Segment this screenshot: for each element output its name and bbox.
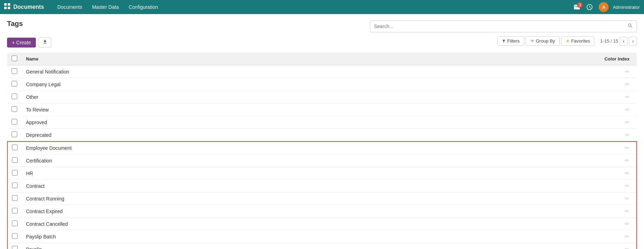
row-name-cell: Contract Cancelled: [22, 218, 329, 230]
row-name[interactable]: Company Legal: [26, 82, 60, 87]
row-name-cell: Contract Running: [22, 192, 329, 205]
edit-icon[interactable]: ✏: [625, 221, 629, 227]
table-row: Contract Running ✏: [7, 192, 637, 205]
user-menu[interactable]: A Administrator: [599, 2, 640, 12]
row-name[interactable]: Contract Cancelled: [26, 221, 68, 227]
row-checkbox[interactable]: [12, 68, 17, 74]
edit-icon[interactable]: ✏: [625, 119, 630, 125]
row-checkbox[interactable]: [12, 208, 18, 213]
table-row: To Review ✏: [7, 103, 637, 116]
row-color-cell: ✏: [329, 243, 637, 249]
header-color-index: Color Index: [329, 53, 637, 65]
row-checkbox[interactable]: [12, 170, 18, 175]
row-name[interactable]: HR: [26, 171, 33, 176]
row-name[interactable]: Contract Expired: [26, 209, 63, 214]
table-body: General Notification ✏ Company Legal ✏ O…: [7, 65, 637, 249]
edit-icon[interactable]: ✏: [625, 183, 629, 189]
group-by-button[interactable]: Group By: [526, 36, 560, 46]
nav-documents[interactable]: Documents: [52, 0, 87, 14]
search-button[interactable]: [624, 21, 637, 32]
table-row: Employee Document ✏: [7, 141, 637, 154]
upload-button[interactable]: [39, 37, 51, 47]
row-checkbox[interactable]: [12, 119, 17, 124]
search-input[interactable]: [370, 21, 624, 31]
row-name[interactable]: Approved: [26, 120, 47, 125]
table-row: Certification ✏: [7, 154, 637, 167]
row-name-cell: General Notification: [22, 65, 329, 78]
top-navigation: ​ Documents Documents Master Data Config…: [0, 0, 644, 14]
favorites-button[interactable]: ★ Favorites: [561, 36, 594, 46]
table-row: Company Legal ✏: [7, 78, 637, 91]
row-name[interactable]: Payslip Batch: [26, 234, 56, 240]
data-table: Name Color Index General Notification ✏ …: [7, 53, 637, 249]
app-name: Documents: [13, 4, 44, 10]
row-checkbox[interactable]: [12, 221, 18, 226]
row-name[interactable]: Contract: [26, 183, 45, 189]
filters-button[interactable]: Filters: [497, 36, 524, 46]
edit-icon[interactable]: ✏: [625, 69, 630, 75]
row-checkbox[interactable]: [12, 183, 18, 188]
row-name-cell: Approved: [22, 116, 329, 129]
edit-icon[interactable]: ✏: [625, 246, 629, 249]
table-row: General Notification ✏: [7, 65, 637, 78]
row-name[interactable]: Other: [26, 94, 38, 100]
row-color-cell: ✏: [329, 192, 637, 205]
row-color-cell: ✏: [329, 116, 637, 129]
edit-icon[interactable]: ✏: [625, 158, 629, 164]
row-checkbox[interactable]: [12, 94, 17, 99]
row-checkbox-cell: [7, 180, 22, 192]
row-name[interactable]: Contract Running: [26, 196, 64, 202]
row-checkbox[interactable]: [12, 233, 18, 239]
row-checkbox[interactable]: [12, 106, 17, 112]
row-name-cell: Contract: [22, 180, 329, 192]
edit-icon[interactable]: ✏: [625, 145, 629, 151]
row-checkbox[interactable]: [12, 145, 18, 150]
row-name-cell: Employee Document: [22, 141, 329, 154]
table-row: HR ✏: [7, 167, 637, 180]
pagination-info: 1-15 / 15: [600, 38, 618, 44]
svg-rect-0: [4, 3, 7, 6]
row-color-cell: ✏: [329, 180, 637, 192]
row-name[interactable]: Payslip: [26, 247, 42, 249]
row-checkbox[interactable]: [12, 246, 18, 249]
filter-bar: Filters Group By ★ Favorites 1-15 / 15 ‹…: [497, 36, 637, 46]
row-name[interactable]: Certification: [26, 158, 52, 164]
row-checkbox[interactable]: [12, 195, 18, 201]
edit-icon[interactable]: ✏: [625, 107, 630, 113]
row-color-cell: ✏: [329, 154, 637, 167]
row-checkbox-cell: [7, 218, 22, 230]
row-name[interactable]: Deprecated: [26, 132, 51, 138]
select-all-checkbox[interactable]: [12, 56, 17, 61]
notifications-icon[interactable]: 3: [573, 4, 580, 11]
row-checkbox-cell: [7, 129, 22, 142]
clock-icon[interactable]: [586, 4, 593, 11]
edit-icon[interactable]: ✏: [625, 234, 629, 240]
app-grid-icon[interactable]: ​: [4, 3, 11, 11]
row-checkbox[interactable]: [12, 132, 17, 137]
edit-icon[interactable]: ✏: [625, 132, 630, 138]
page-content: Tags + Create Filters G: [0, 14, 644, 249]
row-checkbox-cell: [7, 91, 22, 103]
row-name[interactable]: Employee Document: [26, 145, 72, 151]
header-name: Name: [22, 53, 329, 65]
create-button[interactable]: + Create: [7, 38, 36, 47]
row-checkbox-cell: [7, 141, 22, 154]
edit-icon[interactable]: ✏: [625, 208, 629, 214]
nav-master-data[interactable]: Master Data: [87, 0, 124, 14]
pagination-next[interactable]: ›: [629, 37, 637, 46]
row-name[interactable]: General Notification: [26, 69, 69, 75]
pagination-prev[interactable]: ‹: [620, 37, 628, 46]
edit-icon[interactable]: ✏: [625, 196, 629, 202]
table-row: Contract Cancelled ✏: [7, 218, 637, 230]
row-color-cell: ✏: [329, 65, 637, 78]
row-name-cell: To Review: [22, 103, 329, 116]
row-checkbox[interactable]: [12, 157, 18, 163]
row-checkbox[interactable]: [12, 81, 17, 87]
nav-configuration[interactable]: Configuration: [124, 0, 163, 14]
edit-icon[interactable]: ✏: [625, 170, 629, 176]
row-checkbox-cell: [7, 205, 22, 218]
table-row: Contract ✏: [7, 180, 637, 192]
row-name[interactable]: To Review: [26, 107, 49, 113]
edit-icon[interactable]: ✏: [625, 94, 630, 100]
edit-icon[interactable]: ✏: [625, 81, 630, 87]
